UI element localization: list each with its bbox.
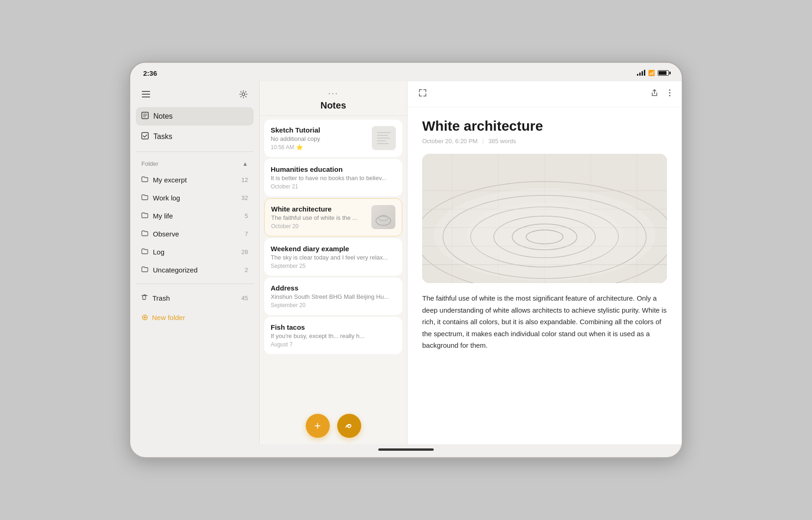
note-date-2: October 21 bbox=[271, 183, 396, 190]
divider-2 bbox=[136, 284, 254, 284]
folder-my-excerpt-count: 12 bbox=[242, 176, 248, 183]
note-detail-meta: October 20, 6:20 PM | 385 words bbox=[422, 138, 667, 145]
toolbar-right bbox=[648, 87, 673, 101]
folder-work-log-count: 32 bbox=[242, 194, 248, 201]
folder-observe-label: Observe bbox=[153, 230, 240, 238]
note-card-humanities[interactable]: Humanities education It is better to hav… bbox=[264, 159, 402, 196]
divider-1 bbox=[136, 151, 254, 152]
new-folder-button[interactable]: ⊕ New folder bbox=[136, 308, 254, 327]
note-card-content-4: Weekend diary example The sky is clear t… bbox=[271, 245, 396, 269]
sidebar-item-notes[interactable]: Notes bbox=[136, 107, 254, 126]
note-toolbar bbox=[407, 81, 682, 107]
note-card-address[interactable]: Address Xinshun South Street BHG Mall Be… bbox=[264, 278, 402, 315]
note-card-content: Sketch Tutorial No additional copy 10:56… bbox=[271, 126, 367, 151]
folder-log-count: 28 bbox=[242, 248, 248, 255]
notes-more-menu[interactable]: ··· bbox=[328, 88, 339, 98]
folder-icon-6 bbox=[141, 266, 148, 274]
note-preview: No additional copy bbox=[271, 135, 367, 142]
folder-observe[interactable]: Observe 7 bbox=[136, 226, 254, 242]
battery-icon bbox=[658, 70, 669, 76]
note-card-content-6: Fish tacos If you're busy, except th... … bbox=[271, 323, 396, 348]
tasks-nav-label: Tasks bbox=[153, 133, 248, 141]
notes-icon bbox=[141, 112, 149, 121]
svg-point-3 bbox=[242, 93, 245, 96]
folder-my-life-count: 5 bbox=[245, 212, 248, 219]
folder-uncategorized-label: Uncategorized bbox=[153, 266, 240, 274]
note-card-content-5: Address Xinshun South Street BHG Mall Be… bbox=[271, 284, 396, 308]
svg-point-32 bbox=[466, 202, 623, 267]
note-date-5: September 20 bbox=[271, 302, 396, 308]
scribble-icon bbox=[344, 420, 354, 432]
scribble-button[interactable] bbox=[337, 414, 361, 438]
folder-section-label: Folder bbox=[141, 160, 158, 167]
star-icon: ⭐ bbox=[296, 144, 303, 151]
folder-trash[interactable]: Trash 45 bbox=[136, 290, 254, 306]
folder-my-life[interactable]: My life 5 bbox=[136, 208, 254, 224]
sidebar-toggle-icon[interactable] bbox=[139, 87, 153, 102]
note-preview-5: Xinshun South Street BHG Mall Beijing Hu… bbox=[271, 293, 396, 300]
meta-separator: | bbox=[482, 138, 484, 145]
add-note-button[interactable]: + bbox=[306, 414, 330, 438]
folder-icon-4 bbox=[141, 230, 148, 238]
notes-list-panel: ··· Notes Sketch Tutorial No additional … bbox=[260, 81, 407, 444]
folder-log[interactable]: Log 28 bbox=[136, 244, 254, 260]
device-frame: 2:36 📶 bbox=[129, 61, 683, 459]
note-preview-3: The faithful use of white is the ... bbox=[271, 214, 367, 221]
folder-my-excerpt-label: My excerpt bbox=[153, 176, 237, 184]
note-date-4: September 25 bbox=[271, 263, 396, 269]
note-title-2: Humanities education bbox=[271, 165, 396, 173]
svg-rect-8 bbox=[142, 133, 148, 139]
svg-point-11 bbox=[669, 90, 671, 91]
folder-header: Folder ▲ bbox=[136, 157, 254, 170]
notes-list-scroll: Sketch Tutorial No additional copy 10:56… bbox=[260, 116, 407, 407]
status-icons: 📶 bbox=[637, 70, 669, 76]
folder-uncategorized[interactable]: Uncategorized 2 bbox=[136, 262, 254, 278]
folder-observe-count: 7 bbox=[245, 230, 248, 237]
note-preview-2: It is better to have no books than to be… bbox=[271, 175, 396, 181]
notes-list-header: ··· Notes bbox=[260, 81, 407, 116]
folder-collapse-icon[interactable]: ▲ bbox=[242, 160, 248, 167]
folder-icon-3 bbox=[141, 212, 148, 220]
folder-icon-5 bbox=[141, 248, 148, 256]
settings-icon[interactable] bbox=[236, 87, 251, 102]
more-options-icon[interactable] bbox=[667, 87, 673, 101]
bottom-bar bbox=[130, 444, 682, 457]
share-icon[interactable] bbox=[648, 87, 661, 101]
new-folder-label: New folder bbox=[152, 314, 185, 321]
trash-label: Trash bbox=[152, 294, 237, 302]
svg-point-13 bbox=[669, 95, 671, 97]
note-detail-title: White architecture bbox=[422, 118, 667, 134]
note-date-6: August 7 bbox=[271, 341, 396, 348]
folder-log-label: Log bbox=[153, 248, 237, 256]
folder-work-log-label: Work log bbox=[153, 194, 237, 202]
folder-uncategorized-count: 2 bbox=[245, 266, 248, 273]
note-title-4: Weekend diary example bbox=[271, 245, 396, 253]
tasks-icon bbox=[141, 132, 149, 141]
note-card-fish-tacos[interactable]: Fish tacos If you're busy, except th... … bbox=[264, 317, 402, 354]
folder-icon bbox=[141, 176, 148, 184]
note-card-white-architecture[interactable]: White architecture The faithful use of w… bbox=[264, 198, 402, 236]
svg-rect-2 bbox=[142, 97, 150, 97]
note-title-6: Fish tacos bbox=[271, 323, 396, 331]
home-indicator[interactable] bbox=[378, 448, 434, 451]
folder-work-log[interactable]: Work log 32 bbox=[136, 190, 254, 206]
sidebar-item-tasks[interactable]: Tasks bbox=[136, 127, 254, 146]
folder-my-excerpt[interactable]: My excerpt 12 bbox=[136, 172, 254, 188]
note-card-sketch-tutorial[interactable]: Sketch Tutorial No additional copy 10:56… bbox=[264, 120, 402, 157]
sidebar: Notes Tasks Folder ▲ bbox=[130, 81, 260, 444]
note-title: Sketch Tutorial bbox=[271, 126, 367, 134]
expand-icon[interactable] bbox=[417, 87, 429, 101]
note-preview-4: The sky is clear today and I feel very r… bbox=[271, 254, 396, 261]
trash-icon bbox=[141, 294, 148, 302]
note-date-meta: October 20, 6:20 PM bbox=[422, 138, 478, 145]
svg-point-12 bbox=[669, 92, 671, 94]
new-folder-plus-icon: ⊕ bbox=[141, 312, 148, 322]
status-bar: 2:36 📶 bbox=[130, 63, 682, 81]
note-detail-panel: White architecture October 20, 6:20 PM |… bbox=[407, 81, 682, 444]
trash-count: 45 bbox=[242, 295, 248, 302]
note-date-3: October 20 bbox=[271, 223, 367, 230]
note-card-weekend-diary[interactable]: Weekend diary example The sky is clear t… bbox=[264, 238, 402, 276]
note-detail-body: The faithful use of white is the most si… bbox=[422, 292, 667, 351]
notes-list-title: Notes bbox=[321, 100, 346, 111]
notes-nav-label: Notes bbox=[153, 112, 248, 121]
